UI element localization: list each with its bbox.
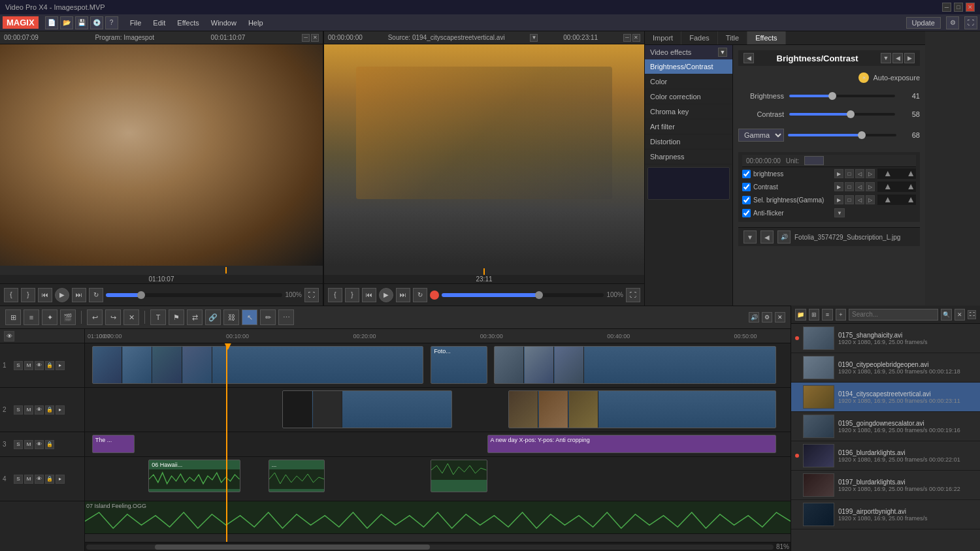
tl-delete-icon[interactable]: ✕: [123, 309, 139, 325]
help-icon[interactable]: ?: [105, 16, 118, 29]
tl-list-icon[interactable]: ≡: [24, 309, 39, 325]
kf-c-icon4[interactable]: ▷: [866, 182, 875, 191]
clip-t1-1[interactable]: 0194_cityscapestreetvertical.avi: [92, 346, 424, 384]
menu-file[interactable]: File: [125, 18, 147, 28]
clip-t4-1[interactable]: 06 Hawaii...: [148, 460, 240, 492]
media-search-input[interactable]: [849, 309, 938, 321]
settings-icon[interactable]: ⚙: [946, 16, 959, 29]
tab-title[interactable]: Title: [718, 31, 747, 44]
open-icon[interactable]: 📂: [60, 16, 73, 29]
left-bracket-close[interactable]: }: [21, 288, 35, 302]
kf-unit-value[interactable]: [804, 156, 824, 165]
effect-item-color[interactable]: Color: [645, 74, 732, 89]
media-item-5[interactable]: 0197_blurdarklights.avi 1920 x 1080, 16:…: [791, 471, 980, 500]
media-item-1[interactable]: 0190_citypeoplebridgeopen.avi 1920 x 108…: [791, 353, 980, 383]
effect-item-brightness[interactable]: Brightness/Contrast: [645, 59, 732, 74]
kf-b-icon4[interactable]: ▷: [866, 169, 875, 178]
kf-b-icon3[interactable]: ◁: [855, 169, 864, 178]
tl-grid-icon[interactable]: ⊞: [5, 309, 21, 325]
effects-volume-icon[interactable]: 🔊: [777, 230, 791, 244]
t1-lock[interactable]: 🔒: [45, 361, 54, 370]
tl-magic-icon[interactable]: ✦: [42, 309, 57, 325]
brightness-slider[interactable]: [789, 95, 895, 97]
t3-lock[interactable]: 🔒: [45, 440, 54, 449]
menu-edit[interactable]: Edit: [148, 18, 171, 28]
clip-t2-1[interactable]: 0192_goingdownescalator.avi: [282, 390, 451, 428]
t2-eye[interactable]: 👁: [35, 405, 44, 415]
media-item-3[interactable]: 0195_goingdownescalator.avi 1920 x 1080,…: [791, 412, 980, 441]
t3-mute[interactable]: M: [24, 440, 33, 449]
fullscreen-icon[interactable]: ⛶: [964, 16, 977, 29]
tl-undo-icon[interactable]: ↩: [87, 309, 103, 325]
menu-window[interactable]: Window: [206, 18, 242, 28]
kf-c-icon3[interactable]: ◁: [855, 182, 864, 191]
right-play-button[interactable]: ▶: [379, 288, 393, 302]
tab-fades[interactable]: Fades: [681, 31, 718, 44]
kf-c-icon2[interactable]: □: [845, 182, 854, 191]
effect-item-sharpness[interactable]: Sharpness: [645, 150, 732, 165]
clip-t4-2[interactable]: ...: [269, 460, 325, 492]
media-item-4[interactable]: 0196_blurdarklights.avi 1920 x 1080, 16:…: [791, 441, 980, 471]
tl-link-icon[interactable]: 🔗: [205, 309, 221, 325]
gamma-knob[interactable]: [858, 131, 866, 139]
detail-nav-prev[interactable]: ◀: [892, 53, 903, 63]
t3-solo[interactable]: S: [14, 440, 23, 449]
left-progress-knob[interactable]: [137, 291, 145, 299]
media-item-2[interactable]: 0194_cityscapestreetvertical.avi 1920 x …: [791, 383, 980, 412]
kf-g-icon3[interactable]: ◁: [855, 195, 864, 204]
h-scrollbar-thumb[interactable]: [155, 544, 430, 550]
maximize-button[interactable]: □: [954, 3, 963, 12]
t4-lock[interactable]: 🔒: [45, 475, 54, 484]
contrast-slider[interactable]: [789, 113, 895, 116]
h-scrollbar[interactable]: [86, 544, 774, 550]
left-bracket-open[interactable]: {: [4, 288, 18, 302]
kf-antiflicker-check[interactable]: [742, 209, 751, 217]
left-panel-close[interactable]: ✕: [311, 34, 319, 42]
kf-b-icon1[interactable]: ▶: [834, 169, 843, 178]
effect-item-distortion[interactable]: Distortion: [645, 134, 732, 150]
right-panel-close[interactable]: ✕: [632, 34, 640, 42]
tl-redo-icon[interactable]: ↪: [105, 309, 121, 325]
kf-antiflicker-dropdown[interactable]: ▼: [834, 208, 845, 217]
minimize-button[interactable]: ─: [942, 3, 951, 12]
kf-gamma-check[interactable]: [742, 196, 751, 204]
media-add-icon[interactable]: +: [836, 309, 847, 321]
t1-vol[interactable]: ▸: [56, 361, 65, 370]
update-button[interactable]: Update: [906, 17, 941, 29]
media-item-6[interactable]: 0199_airportbynight.avi 1920 x 1080, 16:…: [791, 500, 980, 529]
tl-select-icon[interactable]: ↖: [242, 309, 257, 325]
record-button[interactable]: [430, 291, 439, 300]
right-loop[interactable]: ↻: [413, 288, 427, 302]
effects-list-dropdown[interactable]: ▼: [718, 48, 727, 57]
kf-g-icon4[interactable]: ▷: [866, 195, 875, 204]
clip-t2-2[interactable]: 0185_porto_images: [508, 390, 776, 428]
t4-vol[interactable]: ▸: [56, 475, 65, 484]
media-grid-icon[interactable]: ⊞: [809, 309, 820, 321]
brightness-knob[interactable]: [828, 92, 836, 100]
right-next-marker[interactable]: ⏭: [396, 288, 410, 302]
left-prev-marker[interactable]: ⏮: [38, 288, 52, 302]
close-button[interactable]: ✕: [966, 3, 975, 12]
contrast-knob[interactable]: [847, 110, 855, 118]
media-list-icon[interactable]: ≡: [822, 309, 833, 321]
effect-item-chroma[interactable]: Chroma key: [645, 104, 732, 119]
tl-unlink-icon[interactable]: ⛓: [223, 309, 239, 325]
detail-nav-left[interactable]: ◀: [743, 53, 754, 63]
effect-item-color-correction[interactable]: Color correction: [645, 89, 732, 104]
media-search-icon[interactable]: 🔍: [941, 309, 952, 321]
left-progress-bar[interactable]: [106, 293, 282, 297]
media-folder-icon[interactable]: 📁: [795, 309, 806, 321]
t2-lock[interactable]: 🔒: [45, 405, 54, 415]
t4-eye[interactable]: 👁: [35, 475, 44, 484]
t1-mute[interactable]: M: [24, 361, 33, 370]
menu-effects[interactable]: Effects: [172, 18, 204, 28]
left-panel-minimize[interactable]: ─: [302, 34, 310, 42]
effects-nav-down[interactable]: ▼: [743, 230, 757, 244]
burn-icon[interactable]: 💿: [90, 16, 103, 29]
tl-transition-icon[interactable]: ⇄: [187, 309, 203, 325]
gamma-slider[interactable]: [788, 134, 896, 136]
right-progress-knob[interactable]: [535, 291, 543, 299]
media-item-0[interactable]: 0175_shanghaicity.avi 1920 x 1080, 16:9,…: [791, 324, 980, 353]
right-bracket-close[interactable]: }: [345, 288, 359, 302]
track-eye-icon[interactable]: 👁: [4, 331, 14, 341]
